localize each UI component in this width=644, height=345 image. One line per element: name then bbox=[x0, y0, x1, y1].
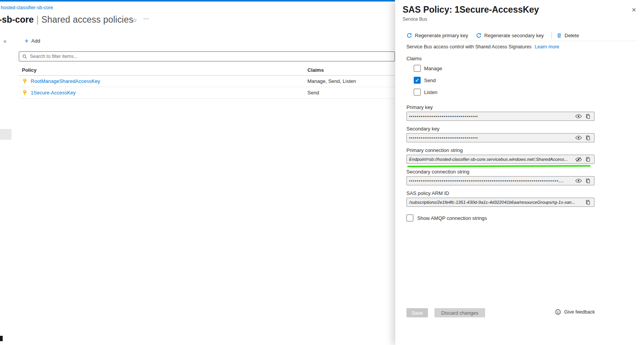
show-amqp-label: Show AMQP connection strings bbox=[417, 215, 487, 221]
checkbox-checked[interactable]: ✓ bbox=[414, 77, 421, 84]
column-header-claims: Claims bbox=[307, 67, 395, 73]
page-title-separator: | bbox=[36, 15, 39, 25]
primary-key-input[interactable]: •••••••••••••••••••••••••••••••••••• bbox=[406, 112, 594, 121]
favorite-star-icon[interactable]: ☆ bbox=[132, 17, 137, 24]
checkbox-unchecked[interactable] bbox=[414, 89, 421, 96]
feedback-smiley-icon bbox=[555, 309, 561, 315]
show-amqp-checkbox[interactable]: Show AMQP connection strings bbox=[406, 215, 487, 221]
arm-id-value: /subscriptions/2e1fe4fc-1351-430d-9a1c-4… bbox=[409, 200, 582, 205]
panel-toolbar: Regenerate primary key Regenerate second… bbox=[406, 30, 637, 41]
claim-checkbox-manage[interactable]: Manage bbox=[414, 65, 442, 72]
screen-artifact bbox=[0, 336, 3, 341]
learn-more-link[interactable]: Learn more bbox=[535, 44, 559, 50]
checkbox-unchecked[interactable] bbox=[406, 215, 413, 221]
save-button[interactable]: Save bbox=[406, 308, 428, 317]
table-row: 1Secure-AccessKey Send bbox=[19, 87, 395, 99]
arm-id-label: SAS policy ARM ID bbox=[406, 190, 449, 196]
toolbar-divider bbox=[552, 32, 552, 39]
key-icon bbox=[22, 79, 27, 84]
secondary-key-label: Secondary key bbox=[406, 126, 439, 132]
sas-policy-panel: SAS Policy: 1Secure-AccessKey Service Bu… bbox=[395, 0, 644, 345]
refresh-icon bbox=[476, 33, 482, 38]
claim-checkbox-listen[interactable]: Listen bbox=[414, 89, 438, 96]
claims-value: Send bbox=[307, 90, 395, 96]
checkmark-icon: ✓ bbox=[415, 78, 419, 83]
screen-artifact bbox=[0, 129, 12, 140]
claim-checkbox-send[interactable]: ✓ Send bbox=[414, 77, 436, 84]
show-value-eye-icon[interactable] bbox=[575, 177, 582, 184]
secondary-connection-string-label: Secondary connection string bbox=[406, 169, 469, 175]
primary-connection-string-label: Primary connection string bbox=[406, 147, 463, 153]
secondary-connection-string-value: ••••••••••••••••••••••••••••••••••••••••… bbox=[409, 179, 573, 183]
more-options-icon[interactable]: ⋯ bbox=[143, 15, 149, 22]
secondary-connection-string-input[interactable]: ••••••••••••••••••••••••••••••••••••••••… bbox=[406, 176, 594, 185]
page-title-resource: -sb-core bbox=[0, 15, 34, 25]
copy-icon[interactable] bbox=[584, 199, 592, 206]
trash-icon bbox=[556, 33, 562, 38]
give-feedback-label: Give feedback bbox=[564, 309, 595, 315]
filter-search-box[interactable] bbox=[19, 51, 395, 61]
regenerate-primary-key-label: Regenerate primary key bbox=[415, 33, 468, 38]
plus-icon: + bbox=[25, 38, 29, 44]
primary-key-value: •••••••••••••••••••••••••••••••••••• bbox=[409, 114, 573, 119]
policies-table: Policy Claims RootManageSharedAccessKey … bbox=[19, 64, 395, 99]
regenerate-secondary-key-label: Regenerate secondary key bbox=[484, 33, 544, 38]
show-value-eye-icon[interactable] bbox=[575, 134, 582, 141]
page-title: -sb-core|Shared access policies bbox=[0, 15, 133, 25]
add-button[interactable]: + Add bbox=[25, 38, 40, 44]
description-text: Service Bus access control with Shared A… bbox=[406, 44, 532, 50]
arm-id-input[interactable]: /subscriptions/2e1fe4fc-1351-430d-9a1c-4… bbox=[406, 198, 594, 207]
hide-value-eye-slash-icon[interactable] bbox=[575, 156, 582, 163]
column-header-policy: Policy bbox=[19, 67, 307, 73]
policy-link[interactable]: 1Secure-AccessKey bbox=[31, 90, 76, 96]
copy-icon[interactable] bbox=[584, 177, 592, 184]
policy-link[interactable]: RootManageSharedAccessKey bbox=[31, 78, 100, 84]
primary-connection-string-value: Endpoint=sb://hosted-classifier-sb-core.… bbox=[409, 157, 573, 162]
search-input[interactable] bbox=[30, 54, 391, 59]
breadcrumb[interactable]: hosted-classifier-sb-core bbox=[1, 5, 53, 10]
copy-icon[interactable] bbox=[584, 113, 592, 120]
collapse-menu-icon[interactable]: « bbox=[3, 38, 7, 44]
panel-title: SAS Policy: 1Secure-AccessKey bbox=[403, 5, 539, 15]
table-row: RootManageSharedAccessKey Manage, Send, … bbox=[19, 76, 395, 87]
give-feedback-link[interactable]: Give feedback bbox=[555, 309, 595, 315]
page-title-section: Shared access policies bbox=[41, 15, 134, 25]
copy-icon[interactable] bbox=[584, 134, 592, 141]
refresh-icon bbox=[406, 33, 412, 38]
checkbox-unchecked[interactable] bbox=[414, 65, 421, 72]
secondary-key-value: •••••••••••••••••••••••••••••••••••• bbox=[409, 136, 573, 140]
claim-label: Send bbox=[424, 78, 436, 83]
key-icon bbox=[22, 90, 27, 96]
primary-connection-string-input[interactable]: Endpoint=sb://hosted-classifier-sb-core.… bbox=[406, 155, 594, 164]
add-button-label: Add bbox=[31, 38, 40, 44]
search-icon bbox=[22, 54, 27, 59]
panel-description: Service Bus access control with Shared A… bbox=[406, 44, 559, 50]
regenerate-primary-key-button[interactable]: Regenerate primary key bbox=[406, 33, 468, 38]
show-value-eye-icon[interactable] bbox=[575, 113, 582, 120]
discard-changes-button[interactable]: Discard changes bbox=[434, 308, 485, 317]
green-highlight-annotation bbox=[407, 165, 591, 167]
delete-label: Delete bbox=[565, 33, 579, 38]
table-header-row: Policy Claims bbox=[19, 64, 395, 76]
copy-icon[interactable] bbox=[584, 156, 592, 163]
close-icon[interactable]: ✕ bbox=[631, 7, 636, 13]
claim-label: Listen bbox=[424, 89, 438, 95]
secondary-key-input[interactable]: •••••••••••••••••••••••••••••••••••• bbox=[406, 133, 594, 142]
claims-section-label: Claims bbox=[406, 56, 422, 61]
claim-label: Manage bbox=[424, 66, 442, 71]
delete-button[interactable]: Delete bbox=[556, 33, 579, 38]
panel-subtitle: Service Bus bbox=[403, 17, 427, 22]
claims-value: Manage, Send, Listen bbox=[307, 78, 395, 84]
primary-key-label: Primary key bbox=[406, 104, 433, 110]
regenerate-secondary-key-button[interactable]: Regenerate secondary key bbox=[476, 33, 544, 38]
